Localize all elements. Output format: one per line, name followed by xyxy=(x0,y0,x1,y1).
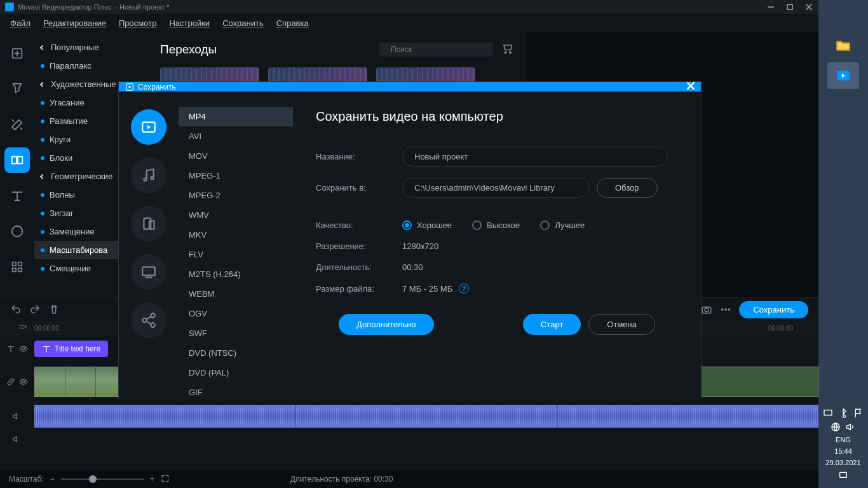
tab-tv[interactable] xyxy=(131,254,166,290)
dialog-title: Сохранить xyxy=(138,83,176,92)
menu-edit[interactable]: Редактирование xyxy=(38,16,111,30)
svg-rect-3 xyxy=(787,4,792,10)
tool-import[interactable] xyxy=(4,41,30,66)
time-marker: 00:00:30 xyxy=(768,325,793,332)
eye-icon[interactable] xyxy=(19,344,28,353)
zoom-slider[interactable] xyxy=(61,478,144,480)
search-input[interactable] xyxy=(391,45,486,54)
sound-icon[interactable] xyxy=(846,422,856,432)
zoom-out-icon[interactable]: − xyxy=(50,475,55,484)
start-button[interactable]: Старт xyxy=(523,314,581,335)
timeline-save-button[interactable]: Сохранить xyxy=(739,301,808,318)
quality-best-radio[interactable]: Лучшее xyxy=(540,220,585,230)
zoom-in-icon[interactable]: + xyxy=(150,475,154,484)
format-item[interactable]: GIF xyxy=(179,383,293,402)
menu-settings[interactable]: Настройки xyxy=(164,16,215,30)
title-clip[interactable]: Title text here xyxy=(34,341,108,357)
svg-point-40 xyxy=(151,177,153,179)
undo-icon[interactable] xyxy=(10,304,22,315)
tool-more[interactable] xyxy=(4,254,30,280)
tool-transitions[interactable] xyxy=(4,147,30,173)
category-item[interactable]: Популярные xyxy=(34,38,147,57)
format-item[interactable]: OGV xyxy=(179,304,293,323)
format-item[interactable]: SWF xyxy=(179,323,293,343)
tab-share[interactable] xyxy=(131,302,166,338)
svg-point-26 xyxy=(729,309,730,310)
format-item[interactable]: FLV xyxy=(179,245,293,264)
format-item[interactable]: MOV xyxy=(179,146,293,166)
eye-icon[interactable] xyxy=(19,377,28,386)
tool-titles[interactable] xyxy=(4,183,30,208)
maximize-button[interactable] xyxy=(780,0,799,14)
network-icon[interactable] xyxy=(831,422,841,432)
format-item[interactable]: WEBM xyxy=(179,284,293,304)
category-label: Зигзаг xyxy=(50,208,74,218)
browse-button[interactable]: Обзор xyxy=(597,178,658,198)
cancel-button[interactable]: Отмена xyxy=(588,314,655,335)
close-button[interactable] xyxy=(799,0,818,14)
format-item[interactable]: DVD (PAL) xyxy=(179,363,293,383)
quality-good-radio[interactable]: Хорошее xyxy=(402,220,452,230)
mute-icon[interactable] xyxy=(13,435,22,444)
format-item[interactable]: MPEG-1 xyxy=(179,166,293,186)
search-icon xyxy=(385,45,386,54)
panel-title: Переходы xyxy=(160,43,217,57)
menu-help[interactable]: Справка xyxy=(271,16,314,30)
tray-lang[interactable]: ENG xyxy=(836,436,851,444)
dialog-icon xyxy=(125,83,134,92)
resolution-label: Разрешение: xyxy=(316,241,402,251)
vm-icon[interactable] xyxy=(823,408,833,418)
info-icon[interactable]: ? xyxy=(459,283,469,294)
tab-video[interactable] xyxy=(131,109,166,145)
taskbar-app-explorer[interactable] xyxy=(827,32,859,58)
minimize-button[interactable] xyxy=(761,0,780,14)
notif-icon[interactable] xyxy=(838,470,848,480)
menu-save[interactable]: Сохранить xyxy=(217,16,269,30)
menu-view[interactable]: Просмотр xyxy=(114,16,161,30)
flag-icon[interactable] xyxy=(853,408,864,418)
svg-point-21 xyxy=(510,51,512,53)
tab-audio[interactable] xyxy=(131,158,166,193)
redo-icon[interactable] xyxy=(29,304,41,315)
format-item[interactable]: MKV xyxy=(179,225,293,245)
fit-icon[interactable] xyxy=(161,474,170,485)
svg-point-32 xyxy=(22,381,25,383)
duration-label: Длительность: xyxy=(316,262,402,272)
saveto-label: Сохранить в: xyxy=(316,183,402,193)
tool-stickers[interactable] xyxy=(4,219,30,244)
search-box[interactable] xyxy=(379,43,493,57)
quality-high-radio[interactable]: Высокое xyxy=(472,220,520,230)
format-item[interactable]: WMV xyxy=(179,205,293,225)
camera-icon[interactable] xyxy=(701,304,712,315)
bluetooth-icon[interactable] xyxy=(838,408,848,418)
cart-icon[interactable] xyxy=(501,42,513,57)
category-item[interactable]: Параллакс xyxy=(34,57,147,75)
format-item[interactable]: DVD (NTSC) xyxy=(179,343,293,363)
category-label: Смещение xyxy=(50,264,91,273)
add-track-icon[interactable] xyxy=(18,322,28,332)
clear-icon[interactable] xyxy=(486,45,487,54)
menu-icon[interactable] xyxy=(720,304,731,315)
format-item[interactable]: MPEG-2 xyxy=(179,186,293,205)
format-item[interactable]: AVI xyxy=(179,126,293,146)
tool-filters[interactable] xyxy=(4,76,30,102)
advanced-button[interactable]: Дополнительно xyxy=(339,314,434,335)
format-item[interactable]: MP4 xyxy=(179,107,293,126)
audio-clip[interactable] xyxy=(34,405,818,428)
svg-rect-15 xyxy=(18,268,22,272)
delete-icon[interactable] xyxy=(48,304,60,315)
svg-point-20 xyxy=(505,51,506,53)
menu-file[interactable]: Файл xyxy=(5,16,36,30)
tray-time[interactable]: 15:44 xyxy=(834,447,852,455)
tray-date[interactable]: 29.03.2021 xyxy=(825,459,860,466)
taskbar-app-movavi[interactable] xyxy=(827,62,859,89)
filesize-value: 7 МБ - 25 МБ xyxy=(402,284,452,294)
path-input[interactable] xyxy=(402,178,589,198)
name-input[interactable] xyxy=(402,147,668,166)
dialog-close-button[interactable] xyxy=(687,82,695,92)
tab-devices[interactable] xyxy=(131,206,166,241)
link-icon[interactable] xyxy=(6,377,15,386)
svg-rect-54 xyxy=(840,472,847,477)
format-item[interactable]: M2TS (H.264) xyxy=(179,264,293,284)
tool-wand[interactable] xyxy=(4,112,30,137)
